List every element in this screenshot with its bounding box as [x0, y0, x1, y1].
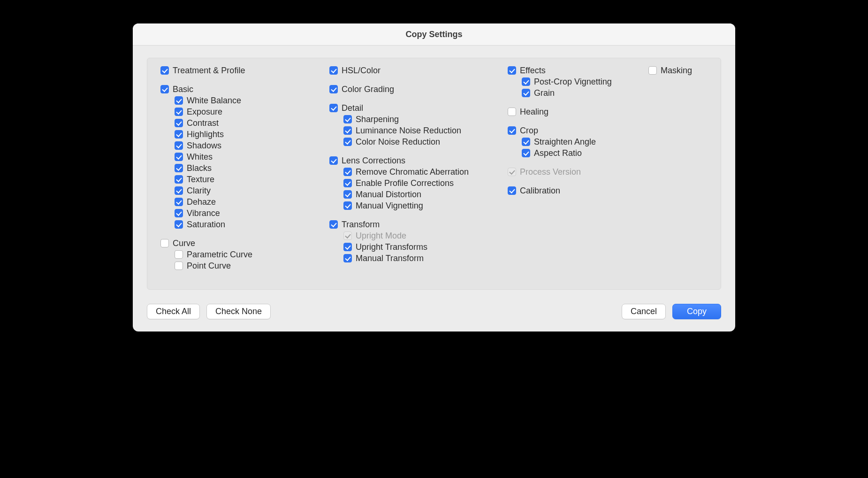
- aspect-ratio-checkbox[interactable]: [522, 149, 530, 157]
- grain-label: Grain: [534, 87, 555, 99]
- lens-corrections-checkbox[interactable]: [329, 156, 338, 165]
- manual-vignetting-label: Manual Vignetting: [356, 200, 423, 211]
- treatment-profile-label: Treatment & Profile: [173, 65, 245, 76]
- column-4: Masking: [648, 65, 719, 279]
- cancel-button[interactable]: Cancel: [622, 304, 666, 319]
- transform-label: Transform: [342, 219, 380, 230]
- grain-checkbox[interactable]: [522, 89, 530, 97]
- detail-checkbox[interactable]: [329, 104, 338, 112]
- manual-transform-label: Manual Transform: [356, 253, 424, 264]
- clarity-checkbox[interactable]: [175, 186, 183, 195]
- calibration-label: Calibration: [520, 185, 560, 196]
- dialog-footer: Check All Check None Cancel Copy: [147, 304, 721, 319]
- basic-checkbox[interactable]: [160, 85, 169, 93]
- dialog-title: Copy Settings: [405, 30, 462, 39]
- straighten-angle-label: Straighten Angle: [534, 136, 596, 147]
- contrast-checkbox[interactable]: [175, 119, 183, 127]
- lens-corrections-label: Lens Corrections: [342, 155, 405, 166]
- titlebar: Copy Settings: [133, 23, 735, 46]
- texture-checkbox[interactable]: [175, 175, 183, 184]
- sharpening-checkbox[interactable]: [343, 115, 352, 123]
- blacks-checkbox[interactable]: [175, 164, 183, 172]
- hsl-color-checkbox[interactable]: [329, 66, 338, 75]
- exposure-label: Exposure: [187, 106, 222, 117]
- luminance-nr-label: Luminance Noise Reduction: [356, 125, 461, 136]
- aspect-ratio-label: Aspect Ratio: [534, 147, 582, 159]
- copy-button[interactable]: Copy: [672, 304, 721, 319]
- vibrance-label: Vibrance: [187, 208, 220, 219]
- transform-checkbox[interactable]: [329, 220, 338, 229]
- basic-label: Basic: [173, 84, 193, 95]
- whites-checkbox[interactable]: [175, 153, 183, 161]
- saturation-checkbox[interactable]: [175, 220, 183, 229]
- masking-label: Masking: [661, 65, 692, 76]
- texture-label: Texture: [187, 174, 214, 185]
- exposure-checkbox[interactable]: [175, 108, 183, 116]
- column-3: Effects Post-Crop Vignetting Grain Heali…: [508, 65, 648, 279]
- whites-label: Whites: [187, 151, 213, 162]
- manual-transform-checkbox[interactable]: [343, 254, 352, 262]
- effects-checkbox[interactable]: [508, 66, 516, 75]
- options-panel: Treatment & Profile Basic White Balance …: [147, 58, 721, 290]
- parametric-curve-checkbox[interactable]: [175, 250, 183, 259]
- white-balance-label: White Balance: [187, 95, 241, 106]
- crop-checkbox[interactable]: [508, 126, 516, 135]
- shadows-checkbox[interactable]: [175, 141, 183, 150]
- blacks-label: Blacks: [187, 162, 212, 174]
- straighten-angle-checkbox[interactable]: [522, 138, 530, 146]
- column-2: HSL/Color Color Grading Detail Sharpenin…: [329, 65, 508, 279]
- dehaze-checkbox[interactable]: [175, 198, 183, 206]
- upright-transforms-label: Upright Transforms: [356, 241, 427, 253]
- clarity-label: Clarity: [187, 185, 211, 196]
- highlights-checkbox[interactable]: [175, 130, 183, 139]
- detail-label: Detail: [342, 102, 363, 114]
- crop-label: Crop: [520, 125, 538, 136]
- sharpening-label: Sharpening: [356, 114, 399, 125]
- effects-label: Effects: [520, 65, 546, 76]
- highlights-label: Highlights: [187, 129, 224, 140]
- process-version-checkbox: [508, 168, 516, 176]
- enable-profile-label: Enable Profile Corrections: [356, 177, 454, 189]
- column-1: Treatment & Profile Basic White Balance …: [160, 65, 329, 279]
- upright-transforms-checkbox[interactable]: [343, 243, 352, 251]
- remove-ca-label: Remove Chromatic Aberration: [356, 166, 469, 177]
- white-balance-checkbox[interactable]: [175, 96, 183, 105]
- manual-distortion-label: Manual Distortion: [356, 189, 421, 200]
- healing-checkbox[interactable]: [508, 108, 516, 116]
- process-version-label: Process Version: [520, 166, 581, 177]
- dialog-content: Treatment & Profile Basic White Balance …: [133, 46, 735, 332]
- manual-vignetting-checkbox[interactable]: [343, 201, 352, 210]
- parametric-curve-label: Parametric Curve: [187, 249, 252, 260]
- shadows-label: Shadows: [187, 140, 221, 151]
- treatment-profile-checkbox[interactable]: [160, 66, 169, 75]
- manual-distortion-checkbox[interactable]: [343, 190, 352, 199]
- luminance-nr-checkbox[interactable]: [343, 126, 352, 135]
- copy-settings-dialog: Copy Settings Treatment & Profile: [133, 23, 735, 332]
- hsl-color-label: HSL/Color: [342, 65, 381, 76]
- curve-label: Curve: [173, 238, 195, 249]
- color-grading-label: Color Grading: [342, 84, 394, 95]
- upright-mode-checkbox: [343, 231, 352, 240]
- color-grading-checkbox[interactable]: [329, 85, 338, 93]
- point-curve-checkbox[interactable]: [175, 262, 183, 270]
- color-nr-checkbox[interactable]: [343, 138, 352, 146]
- curve-checkbox[interactable]: [160, 239, 169, 247]
- enable-profile-checkbox[interactable]: [343, 179, 352, 187]
- check-none-button[interactable]: Check None: [206, 304, 271, 319]
- vibrance-checkbox[interactable]: [175, 209, 183, 217]
- remove-ca-checkbox[interactable]: [343, 168, 352, 176]
- contrast-label: Contrast: [187, 117, 219, 129]
- healing-label: Healing: [520, 106, 548, 117]
- color-nr-label: Color Noise Reduction: [356, 136, 440, 147]
- post-crop-vignetting-label: Post-Crop Vignetting: [534, 76, 612, 87]
- point-curve-label: Point Curve: [187, 260, 231, 271]
- masking-checkbox[interactable]: [648, 66, 657, 75]
- calibration-checkbox[interactable]: [508, 186, 516, 195]
- saturation-label: Saturation: [187, 219, 225, 230]
- check-all-button[interactable]: Check All: [147, 304, 200, 319]
- upright-mode-label: Upright Mode: [356, 230, 406, 241]
- dehaze-label: Dehaze: [187, 196, 216, 208]
- post-crop-vignetting-checkbox[interactable]: [522, 77, 530, 86]
